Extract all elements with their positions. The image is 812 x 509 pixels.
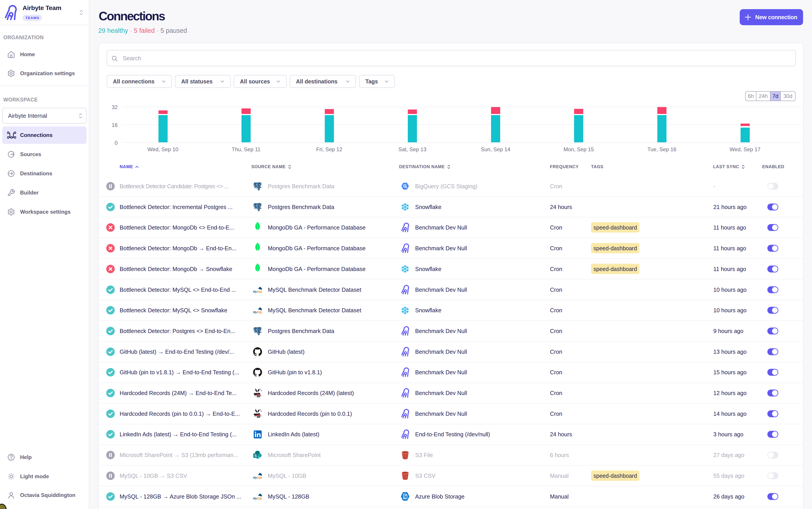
svg-text:MySQL: MySQL [253,476,262,479]
svg-text:MySQL: MySQL [253,290,262,293]
svg-text:MySQL: MySQL [253,497,262,500]
svg-text:S: S [254,454,257,458]
svg-text:01: 01 [404,497,406,499]
svg-text:MySQL: MySQL [253,311,262,314]
